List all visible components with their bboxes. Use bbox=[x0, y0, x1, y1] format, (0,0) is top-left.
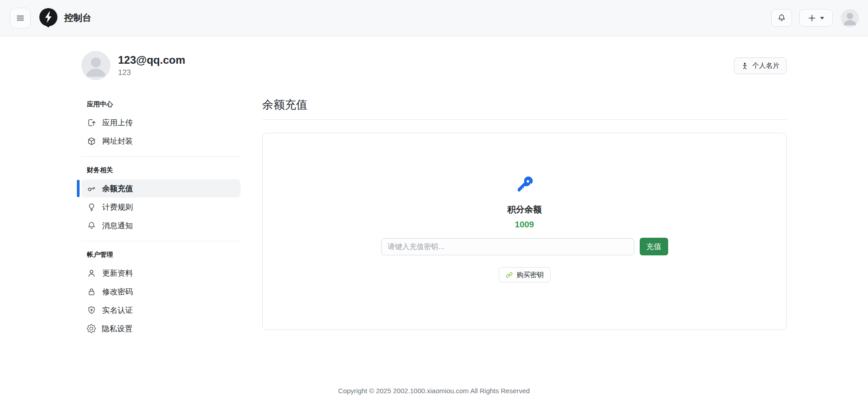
sidebar-item-label: 隐私设置 bbox=[102, 324, 132, 334]
sidebar-item-label: 网址封装 bbox=[102, 136, 133, 146]
buy-key-label: 购买密钥 bbox=[517, 271, 544, 279]
recharge-key-input[interactable] bbox=[381, 238, 634, 255]
sidebar-section-heading-finance: 财务相关 bbox=[81, 163, 241, 179]
gear-icon bbox=[87, 324, 96, 333]
header-avatar[interactable] bbox=[841, 9, 859, 27]
balance-label: 积分余额 bbox=[507, 204, 542, 216]
sidebar-item-label: 实名认证 bbox=[102, 305, 133, 315]
link-icon bbox=[505, 271, 513, 279]
app-logo bbox=[39, 8, 58, 28]
plus-icon bbox=[808, 14, 816, 22]
cube-icon bbox=[87, 136, 96, 146]
sidebar-item-real-name-verify[interactable]: 实名认证 bbox=[81, 301, 241, 319]
sidebar-item-label: 修改密码 bbox=[102, 287, 133, 297]
profile-avatar bbox=[81, 51, 110, 80]
personal-card-button[interactable]: 个人名片 bbox=[734, 57, 787, 74]
recharge-card: 积分余额 1009 充值 购买密钥 bbox=[262, 133, 787, 330]
person-figure-icon bbox=[741, 62, 749, 70]
sidebar-item-label: 余额充值 bbox=[102, 183, 133, 194]
shield-icon bbox=[87, 306, 96, 315]
sidebar-item-update-profile[interactable]: 更新资料 bbox=[81, 264, 241, 282]
title-divider bbox=[262, 119, 787, 120]
content-area: 应用中心 应用上传 网址封装 财务相关 bbox=[0, 97, 868, 338]
sidebar-item-label: 更新资料 bbox=[102, 268, 133, 278]
menu-toggle-button[interactable] bbox=[10, 8, 31, 28]
chevron-down-icon bbox=[820, 17, 824, 19]
key-icon bbox=[510, 171, 538, 199]
lightning-bolt-icon bbox=[39, 8, 58, 28]
sidebar-divider bbox=[81, 241, 241, 241]
sidebar-divider bbox=[81, 156, 241, 157]
create-button[interactable] bbox=[799, 9, 833, 27]
page-title: 余额充值 bbox=[262, 97, 787, 112]
lock-icon bbox=[87, 287, 96, 296]
footer-copyright: Copyright © 2025 2002.1000.xiaomiou.com … bbox=[0, 387, 868, 395]
lightbulb-icon bbox=[87, 202, 96, 212]
profile-username: 123 bbox=[118, 68, 185, 77]
profile-email: 123@qq.com bbox=[118, 54, 185, 67]
profile-header: 123@qq.com 123 个人名片 bbox=[0, 51, 868, 80]
personal-card-label: 个人名片 bbox=[752, 61, 779, 70]
sidebar-item-label: 消息通知 bbox=[102, 221, 133, 231]
bell-icon bbox=[777, 14, 786, 23]
recharge-button[interactable]: 充值 bbox=[640, 238, 668, 255]
key-icon bbox=[87, 184, 96, 193]
upload-icon bbox=[87, 118, 96, 127]
buy-key-button[interactable]: 购买密钥 bbox=[499, 267, 551, 282]
bell-icon bbox=[87, 221, 96, 231]
hamburger-icon bbox=[16, 14, 25, 23]
app-title: 控制台 bbox=[64, 12, 91, 24]
sidebar: 应用中心 应用上传 网址封装 财务相关 bbox=[81, 97, 241, 338]
profile-info: 123@qq.com 123 bbox=[118, 54, 185, 77]
sidebar-item-privacy-settings[interactable]: 隐私设置 bbox=[81, 320, 241, 338]
notifications-button[interactable] bbox=[771, 9, 792, 27]
balance-value: 1009 bbox=[515, 220, 534, 230]
sidebar-item-billing-rules[interactable]: 计费规则 bbox=[81, 198, 241, 216]
sidebar-item-balance-recharge[interactable]: 余额充值 bbox=[81, 179, 241, 198]
sidebar-item-url-wrap[interactable]: 网址封装 bbox=[81, 132, 241, 150]
sidebar-section-heading-account: 帐户管理 bbox=[81, 248, 241, 263]
top-header: 控制台 bbox=[0, 0, 868, 36]
sidebar-section-heading-apps: 应用中心 bbox=[81, 97, 241, 113]
main-panel: 余额充值 积分余额 1009 充值 bbox=[262, 97, 787, 338]
sidebar-item-label: 应用上传 bbox=[102, 118, 133, 128]
sidebar-item-label: 计费规则 bbox=[102, 202, 133, 212]
sidebar-item-app-upload[interactable]: 应用上传 bbox=[81, 113, 241, 132]
sidebar-item-change-password[interactable]: 修改密码 bbox=[81, 282, 241, 301]
sidebar-item-notifications[interactable]: 消息通知 bbox=[81, 216, 241, 235]
recharge-row: 充值 bbox=[381, 238, 668, 255]
person-icon bbox=[87, 268, 96, 278]
